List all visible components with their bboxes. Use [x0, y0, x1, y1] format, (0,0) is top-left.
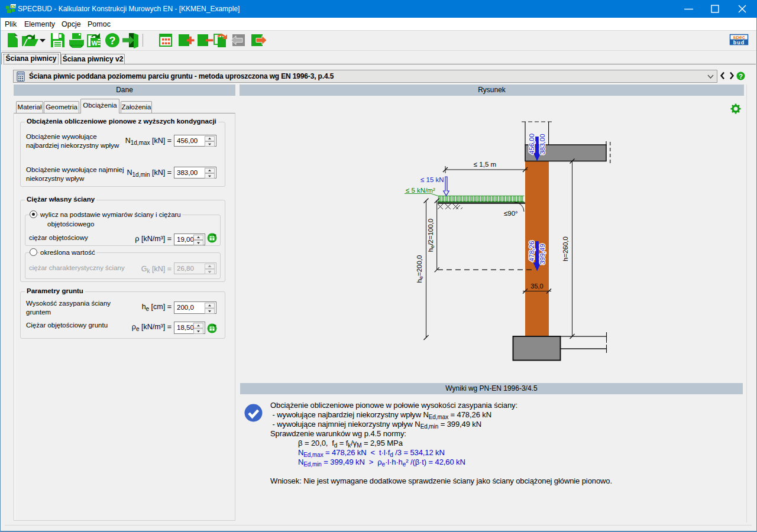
svg-text:≤90°: ≤90°	[504, 210, 518, 217]
svg-text:399,49: 399,49	[539, 244, 546, 264]
svg-text:?: ?	[109, 35, 116, 47]
svg-text:h=260,0: h=260,0	[562, 236, 569, 261]
svg-text:EN: EN	[11, 4, 16, 8]
svg-text:≤ 15 kN: ≤ 15 kN	[420, 176, 444, 183]
svg-text:?: ?	[739, 73, 743, 80]
svg-text:456,00: 456,00	[528, 134, 535, 154]
svg-text:bud: bud	[733, 40, 745, 46]
svg-text:≤ 1,5 m: ≤ 1,5 m	[474, 161, 496, 168]
svg-text:≤ 5 kN/m²: ≤ 5 kN/m²	[406, 187, 435, 194]
svg-text:he/2=100,0: he/2=100,0	[427, 219, 435, 252]
svg-text:35,0: 35,0	[530, 283, 543, 290]
svg-text:478,26: 478,26	[528, 241, 535, 261]
svg-text:W: W	[92, 40, 98, 47]
svg-text:383,00: 383,00	[539, 134, 546, 154]
svg-text:he=200,0: he=200,0	[416, 255, 424, 283]
